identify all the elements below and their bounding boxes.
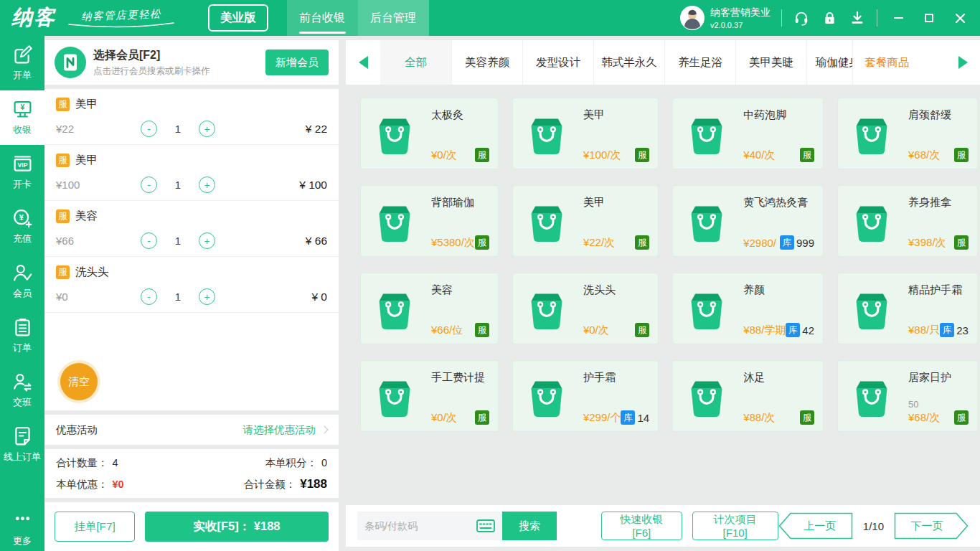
select-promo-link[interactable]: 请选择优惠活动 xyxy=(243,423,328,437)
cart-item: 服美容 ¥66-1+¥ 66 xyxy=(44,201,339,257)
minimize-button[interactable] xyxy=(888,8,908,28)
select-member-subtitle: 点击进行会员搜索或刷卡操作 xyxy=(93,65,210,77)
add-member-button[interactable]: 新增会员 xyxy=(265,50,329,75)
decrease-button[interactable]: - xyxy=(141,232,157,249)
tab-front-cashier[interactable]: 前台收银 xyxy=(287,0,358,36)
maximize-button[interactable] xyxy=(919,8,939,28)
service-badge: 服 xyxy=(475,148,489,162)
close-button[interactable] xyxy=(950,8,970,28)
category-tab[interactable]: 发型设计 xyxy=(522,40,593,85)
category-prev-arrow[interactable] xyxy=(346,40,380,85)
select-member-area[interactable]: 选择会员[F2] 点击进行会员搜索或刷卡操作 新增会员 xyxy=(44,40,339,85)
support-icon[interactable] xyxy=(793,9,810,27)
hold-order-button[interactable]: 挂单[F7] xyxy=(55,512,135,542)
sidebar-item-online-orders[interactable]: 线上订单 xyxy=(0,418,44,472)
pay-button[interactable]: 实收[F5]： ¥188 xyxy=(145,512,329,542)
header-right: 纳客营销美业 v2.0.0.37 xyxy=(680,0,980,36)
barcode-search-box: 搜索 xyxy=(357,512,557,540)
download-icon[interactable] xyxy=(849,9,866,27)
product-name: 美容 xyxy=(431,283,489,297)
product-card[interactable]: 洗头头¥0/次服 xyxy=(512,273,659,344)
prev-page-button[interactable]: 上一页 xyxy=(778,512,853,540)
brand-logo: 纳客 纳客管店更轻松 xyxy=(0,0,175,36)
service-badge: 服 xyxy=(635,148,649,162)
product-card[interactable]: 沐足¥88/次服 xyxy=(672,360,824,432)
sidebar-item-more[interactable]: 更多 xyxy=(0,507,44,551)
next-page-button[interactable]: 下一页 xyxy=(894,512,969,540)
increase-button[interactable]: + xyxy=(199,288,215,305)
service-badge: 服 xyxy=(954,410,969,425)
product-name: 居家日护 xyxy=(908,371,969,385)
sidebar-item-open-order[interactable]: 开单 xyxy=(0,36,44,90)
search-button[interactable]: 搜索 xyxy=(502,512,557,540)
product-card[interactable]: 美甲¥100/次服 xyxy=(512,98,659,169)
sidebar-item-open-card[interactable]: VIP 开卡 xyxy=(0,145,44,199)
cart-item-name: 洗头头 xyxy=(75,265,109,280)
shopping-bag-icon xyxy=(513,105,580,162)
account-menu[interactable]: 纳客营销美业 v2.0.0.37 xyxy=(680,6,771,30)
category-next-arrow[interactable] xyxy=(946,40,980,85)
quick-cashier-button[interactable]: 快速收银[F6] xyxy=(601,512,682,540)
product-card[interactable]: 肩颈舒缓¥68/次服 xyxy=(837,98,978,169)
product-card[interactable]: 养身推拿¥398/次服 xyxy=(837,185,978,257)
increase-button[interactable]: + xyxy=(199,232,215,249)
promo-row: 优惠活动 请选择优惠活动 xyxy=(44,415,339,445)
brand-slogan: 纳客管店更轻松 xyxy=(67,9,175,28)
keyboard-icon[interactable] xyxy=(469,512,502,540)
select-member-title: 选择会员[F2] xyxy=(93,48,210,63)
stock-count: 42 xyxy=(802,324,814,336)
category-tab[interactable]: 瑜伽健身 xyxy=(806,40,852,85)
product-price: ¥2980/ xyxy=(743,237,776,249)
member-card-icon xyxy=(55,47,86,78)
product-card[interactable]: 精品护手霜¥88/只库23 xyxy=(837,273,978,344)
category-tab-all[interactable]: 全部 xyxy=(380,40,451,85)
product-card[interactable]: 美容¥66/位服 xyxy=(360,273,499,344)
increase-button[interactable]: + xyxy=(199,121,215,137)
tab-back-admin[interactable]: 后台管理 xyxy=(358,0,429,36)
logo-text: 纳客 xyxy=(11,4,56,32)
clear-cart-button[interactable]: 清空 xyxy=(60,363,98,400)
product-card[interactable]: 太极灸¥0/次服 xyxy=(360,98,499,169)
product-name: 美甲 xyxy=(583,196,649,209)
stock-badge-group: 库999 xyxy=(780,235,814,250)
cart-item: 服美甲 ¥100-1+¥ 100 xyxy=(44,145,339,201)
category-tab[interactable]: 养生足浴 xyxy=(664,40,735,85)
shopping-bag-icon xyxy=(673,105,740,162)
edition-button[interactable]: 美业版 xyxy=(208,4,268,32)
page-indicator: 1/10 xyxy=(863,520,884,532)
product-card[interactable]: 黄飞鸿热灸膏¥2980/库999 xyxy=(672,185,824,257)
category-tab-packages[interactable]: 套餐商品 xyxy=(852,40,921,85)
more-dots-icon xyxy=(12,510,33,531)
cashier-monitor-icon: ¥ xyxy=(12,99,33,120)
sidebar-item-cashier[interactable]: ¥ 收银 xyxy=(0,90,44,145)
arrow-left-icon xyxy=(359,56,368,69)
cart-item-amount: ¥ 100 xyxy=(299,179,327,192)
product-card[interactable]: 背部瑜伽¥5380/次服 xyxy=(360,185,499,257)
sidebar-item-members[interactable]: 会员 xyxy=(0,254,44,309)
decrease-button[interactable]: - xyxy=(141,121,157,137)
decrease-button[interactable]: - xyxy=(141,176,157,193)
sidebar-item-orders[interactable]: 订单 xyxy=(0,309,44,363)
barcode-input[interactable] xyxy=(357,512,469,540)
bottom-toolbar: 搜索 快速收银[F6] 计次项目[F10] 上一页 1/10 下一页 xyxy=(346,505,980,547)
product-card[interactable]: 护手霜¥299/个库14 xyxy=(512,360,659,432)
category-tab[interactable]: 韩式半永久 xyxy=(593,40,664,85)
product-card[interactable]: 中药泡脚¥40/次服 xyxy=(672,98,824,169)
product-name: 养身推拿 xyxy=(908,196,969,209)
product-card[interactable]: 居家日护50¥68/次服 xyxy=(837,360,978,432)
product-card[interactable]: 手工费计提¥0/次服 xyxy=(360,360,499,432)
category-tab[interactable]: 美甲美睫 xyxy=(735,40,806,85)
stock-count: 14 xyxy=(637,412,649,424)
shopping-bag-icon xyxy=(361,105,428,162)
product-card[interactable]: 养颜¥88/学期库42 xyxy=(672,273,824,344)
sidebar-item-shift-change[interactable]: 交班 xyxy=(0,363,44,418)
product-card[interactable]: 美甲¥22/次服 xyxy=(512,185,659,257)
shopping-bag-icon xyxy=(838,193,905,250)
category-tab[interactable]: 美容养颜 xyxy=(451,40,522,85)
increase-button[interactable]: + xyxy=(199,176,215,193)
lock-icon[interactable] xyxy=(821,9,838,27)
decrease-button[interactable]: - xyxy=(141,288,157,305)
sidebar-item-recharge[interactable]: ¥ 充值 xyxy=(0,199,44,254)
product-name: 肩颈舒缓 xyxy=(908,108,969,122)
count-item-button[interactable]: 计次项目[F10] xyxy=(692,512,778,540)
